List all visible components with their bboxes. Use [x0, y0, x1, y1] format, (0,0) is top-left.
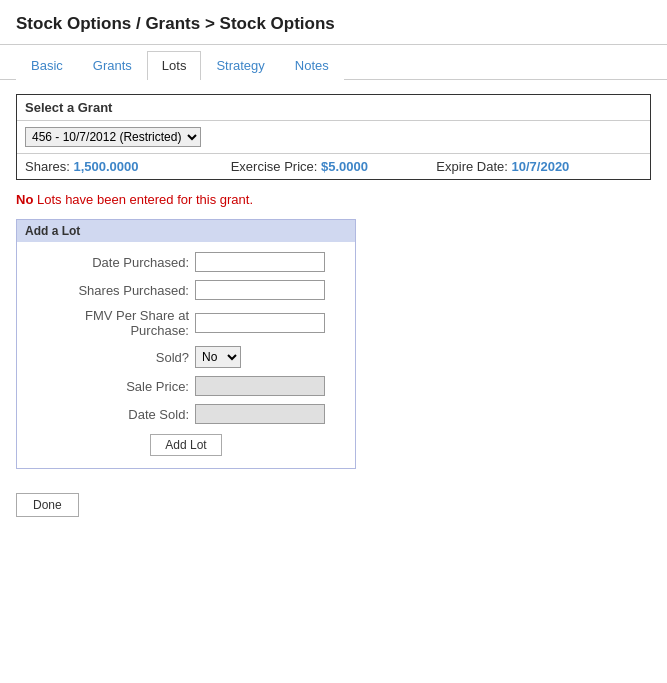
- done-button-row: Done: [16, 483, 651, 517]
- shares-purchased-row: Shares Purchased:: [29, 280, 343, 300]
- exercise-price-label: Exercise Price:: [231, 159, 318, 174]
- shares-info: Shares: 1,500.0000: [25, 159, 231, 174]
- exercise-price-value: $5.0000: [321, 159, 368, 174]
- fmv-row: FMV Per Share atPurchase:: [29, 308, 343, 338]
- sold-select[interactable]: No Yes: [195, 346, 241, 368]
- grant-select-row: 456 - 10/7/2012 (Restricted): [17, 121, 650, 154]
- tab-strategy[interactable]: Strategy: [201, 51, 279, 80]
- date-purchased-input[interactable]: [195, 252, 325, 272]
- fmv-input-wrap: [195, 313, 343, 333]
- grant-select[interactable]: 456 - 10/7/2012 (Restricted): [25, 127, 201, 147]
- sold-label: Sold?: [29, 350, 189, 365]
- date-sold-input[interactable]: [195, 404, 325, 424]
- grant-box: Select a Grant 456 - 10/7/2012 (Restrict…: [16, 94, 651, 180]
- fmv-input[interactable]: [195, 313, 325, 333]
- date-purchased-label: Date Purchased:: [29, 255, 189, 270]
- shares-label: Shares:: [25, 159, 70, 174]
- tabs-bar: Basic Grants Lots Strategy Notes: [0, 45, 667, 80]
- add-lot-button[interactable]: Add Lot: [150, 434, 221, 456]
- date-sold-row: Date Sold:: [29, 404, 343, 424]
- no-text: No: [16, 192, 33, 207]
- no-lots-rest: Lots have been entered for this grant.: [33, 192, 253, 207]
- expire-date-info: Expire Date: 10/7/2020: [436, 159, 642, 174]
- shares-purchased-input-wrap: [195, 280, 343, 300]
- date-sold-label: Date Sold:: [29, 407, 189, 422]
- sale-price-input-wrap: [195, 376, 343, 396]
- add-lot-button-row: Add Lot: [29, 434, 343, 456]
- fmv-label: FMV Per Share atPurchase:: [29, 308, 189, 338]
- grant-info-row: Shares: 1,500.0000 Exercise Price: $5.00…: [17, 154, 650, 179]
- date-purchased-input-wrap: [195, 252, 343, 272]
- sale-price-input[interactable]: [195, 376, 325, 396]
- sold-row: Sold? No Yes: [29, 346, 343, 368]
- sold-input-wrap: No Yes: [195, 346, 343, 368]
- exercise-price-info: Exercise Price: $5.0000: [231, 159, 437, 174]
- sale-price-label: Sale Price:: [29, 379, 189, 394]
- main-content: Select a Grant 456 - 10/7/2012 (Restrict…: [0, 80, 667, 531]
- shares-purchased-label: Shares Purchased:: [29, 283, 189, 298]
- add-lot-body: Date Purchased: Shares Purchased: FMV Pe…: [17, 242, 355, 468]
- expire-date-label: Expire Date:: [436, 159, 508, 174]
- no-lots-message: No Lots have been entered for this grant…: [16, 192, 651, 207]
- page-title: Stock Options / Grants > Stock Options: [16, 14, 335, 33]
- date-sold-input-wrap: [195, 404, 343, 424]
- shares-purchased-input[interactable]: [195, 280, 325, 300]
- sale-price-row: Sale Price:: [29, 376, 343, 396]
- date-purchased-row: Date Purchased:: [29, 252, 343, 272]
- shares-value: 1,500.0000: [73, 159, 138, 174]
- expire-date-value: 10/7/2020: [512, 159, 570, 174]
- grant-box-header: Select a Grant: [17, 95, 650, 121]
- tab-lots[interactable]: Lots: [147, 51, 202, 80]
- tab-notes[interactable]: Notes: [280, 51, 344, 80]
- add-lot-header: Add a Lot: [17, 220, 355, 242]
- tab-grants[interactable]: Grants: [78, 51, 147, 80]
- done-button[interactable]: Done: [16, 493, 79, 517]
- add-lot-section: Add a Lot Date Purchased: Shares Purchas…: [16, 219, 356, 469]
- tab-basic[interactable]: Basic: [16, 51, 78, 80]
